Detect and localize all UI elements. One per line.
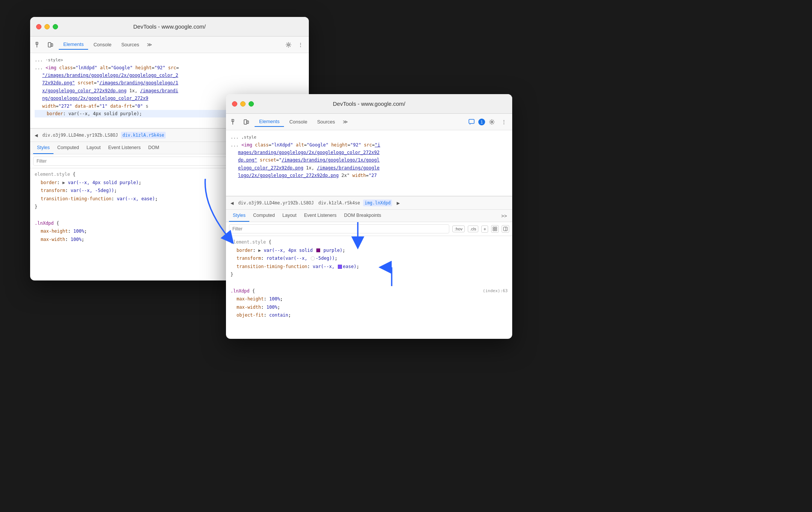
- close-button-2[interactable]: [232, 101, 237, 107]
- css-close-2: }: [230, 271, 508, 279]
- tab-event-listeners-1[interactable]: Event Listeners: [104, 142, 144, 154]
- svg-rect-15: [495, 229, 497, 231]
- tab-layout-2[interactable]: Layout: [279, 210, 301, 222]
- css-prop-maxheight-2: max-height: 100%;: [230, 295, 508, 303]
- tab-layout-1[interactable]: Layout: [83, 142, 105, 154]
- css-prop-transform-2: transform: rotate(var(--x, -5deg));: [230, 254, 508, 263]
- new-style-icon-2[interactable]: [491, 225, 499, 233]
- traffic-lights-2: [232, 101, 254, 107]
- svg-rect-8: [247, 121, 249, 123]
- inspect-icon-2[interactable]: [229, 117, 240, 127]
- breadcrumb-item-1b[interactable]: div.k1zlA.rSk4se: [121, 132, 166, 139]
- dom-line-2-1: ... ,style: [230, 133, 508, 141]
- toolbar-1: Elements Console Sources ≫ ⋮: [30, 37, 309, 53]
- circle-swatch-2[interactable]: [311, 256, 315, 261]
- dom-line-2: ... <img class="lnXdpd" alt="Google" hei…: [35, 64, 304, 72]
- toolbar-tabs-2: Elements Console Sources ≫: [255, 117, 350, 127]
- device-icon-2[interactable]: [241, 117, 252, 127]
- tab-console-2[interactable]: Console: [285, 117, 312, 126]
- breadcrumb-forward-2[interactable]: ▶: [395, 199, 401, 207]
- css-content-2: element.style { border: ▶ var(--x, 4px s…: [226, 236, 512, 322]
- breadcrumb-item-2a[interactable]: div.o3j99.LLD4me.yr19Zb.LS8OJ: [237, 200, 315, 206]
- minimize-button-1[interactable]: [44, 24, 50, 29]
- svg-rect-7: [244, 120, 247, 124]
- dom-line-2-3: mages/branding/googlelogo/2x/googlelogo_…: [230, 149, 508, 156]
- breadcrumb-back-1[interactable]: ◀: [33, 131, 39, 139]
- breadcrumb-item-2c[interactable]: img.lnXdpd: [363, 200, 392, 206]
- toolbar-2: Elements Console Sources ≫ 1: [226, 114, 512, 130]
- tab-sources-1[interactable]: Sources: [117, 40, 144, 49]
- tab-computed-1[interactable]: Computed: [53, 142, 83, 154]
- css-prop-transition-2: transition-timing-function: var(--x, eas…: [230, 263, 508, 271]
- tab-more-2[interactable]: >>: [499, 212, 509, 220]
- tab-console-1[interactable]: Console: [89, 40, 116, 49]
- titlebar-1: DevTools - www.google.com/: [30, 17, 309, 37]
- css-selector-2b: .lnXdpd { (index):63: [230, 287, 508, 296]
- breadcrumb-back-2[interactable]: ◀: [229, 199, 235, 207]
- add-style-btn-2[interactable]: +: [481, 226, 488, 233]
- tab-event-listeners-2[interactable]: Event Listeners: [300, 210, 340, 222]
- more-icon-2[interactable]: ⋮: [499, 117, 509, 127]
- svg-rect-16: [504, 227, 507, 231]
- settings-icon-2[interactable]: [487, 117, 497, 127]
- toolbar-right-1: ⋮: [283, 40, 306, 50]
- svg-rect-12: [493, 227, 495, 229]
- breadcrumb-item-1a[interactable]: div.o3j99.LLD4me.yr19Zb.LS8OJ: [41, 132, 119, 139]
- dom-line-2-2: ... <img class="lnXdpd" alt="Google" hei…: [230, 141, 508, 149]
- hov-btn-2[interactable]: :hov: [452, 226, 465, 232]
- window-title-2: DevTools - www.google.com/: [333, 101, 406, 107]
- tab-elements-2[interactable]: Elements: [255, 117, 284, 127]
- dom-line-2-4: dp.png" srcset="/images/branding/googlel…: [230, 156, 508, 164]
- devtools-window-2: DevTools - www.google.com/ Elements Cons…: [226, 94, 512, 339]
- svg-rect-9: [469, 119, 474, 123]
- maximize-button-2[interactable]: [249, 101, 254, 107]
- device-icon-1[interactable]: [45, 40, 56, 50]
- svg-rect-3: [51, 44, 53, 46]
- dom-line-2-6: logo/2x/googlelogo_color_272x92dp.png 2x…: [230, 172, 508, 179]
- dom-line-4: 72x92dp.png" srcset="/images/branding/go…: [35, 79, 304, 87]
- css-selector-2a: element.style {: [230, 238, 508, 247]
- tab-elements-1[interactable]: Elements: [59, 40, 88, 50]
- styles-tabs-2: Styles Computed Layout Event Listeners D…: [226, 210, 512, 222]
- css-prop-maxwidth-2: max-width: 100%;: [230, 303, 508, 312]
- toolbar-more-1[interactable]: ≫: [145, 40, 154, 49]
- inspect-icon-1[interactable]: [33, 40, 44, 50]
- svg-rect-14: [493, 229, 495, 231]
- tab-styles-2[interactable]: Styles: [229, 210, 249, 222]
- dom-line-2-5: elogo_color_272x92dp.png 1x, /images/bra…: [230, 164, 508, 172]
- svg-point-4: [288, 44, 290, 46]
- svg-rect-13: [495, 227, 497, 229]
- svg-rect-2: [48, 43, 51, 47]
- breadcrumb-item-2b[interactable]: div.k1zlA.rSk4se: [317, 200, 362, 206]
- tab-dom-1[interactable]: DOM: [144, 142, 163, 154]
- maximize-button-1[interactable]: [53, 24, 58, 29]
- css-prop-objectfit-2: object-fit: contain;: [230, 311, 508, 320]
- titlebar-2: DevTools - www.google.com/: [226, 94, 512, 114]
- tab-computed-2[interactable]: Computed: [249, 210, 279, 222]
- svg-point-11: [491, 121, 493, 123]
- ease-swatch-2[interactable]: [338, 265, 342, 269]
- cls-btn-2[interactable]: .cls: [468, 226, 479, 232]
- minimize-button-2[interactable]: [240, 101, 246, 107]
- source-ref-2[interactable]: (index):63: [483, 287, 508, 295]
- color-swatch-purple[interactable]: [316, 248, 320, 252]
- dom-line-3: "/images/branding/googlelogo/2x/googlelo…: [35, 72, 304, 79]
- breadcrumb-2: ◀ div.o3j99.LLD4me.yr19Zb.LS8OJ div.k1zl…: [226, 196, 512, 210]
- tab-sources-2[interactable]: Sources: [313, 117, 340, 126]
- toolbar-right-2: 1 ⋮: [466, 117, 509, 127]
- toolbar-more-2[interactable]: ≫: [340, 117, 350, 126]
- dom-line-5: x/googlelogo_color_272x92dp.png 1x, /ima…: [35, 87, 304, 94]
- chat-icon-2[interactable]: [466, 117, 477, 127]
- filter-input-2[interactable]: [229, 224, 449, 233]
- settings-icon-1[interactable]: [283, 40, 294, 50]
- toggle-sidebar-icon-2[interactable]: [502, 225, 509, 233]
- filter-bar-2: :hov .cls +: [226, 222, 512, 236]
- toolbar-tabs-1: Elements Console Sources ≫: [59, 40, 154, 50]
- notification-badge-2: 1: [478, 119, 485, 125]
- more-icon-1[interactable]: ⋮: [295, 40, 306, 50]
- tab-dom-breakpoints-2[interactable]: DOM Breakpoints: [340, 210, 385, 222]
- dom-panel-2: ... ,style ... <img class="lnXdpd" alt="…: [226, 130, 512, 196]
- tab-styles-1[interactable]: Styles: [33, 142, 53, 154]
- window-title-1: DevTools - www.google.com/: [133, 23, 206, 30]
- close-button-1[interactable]: [36, 24, 41, 29]
